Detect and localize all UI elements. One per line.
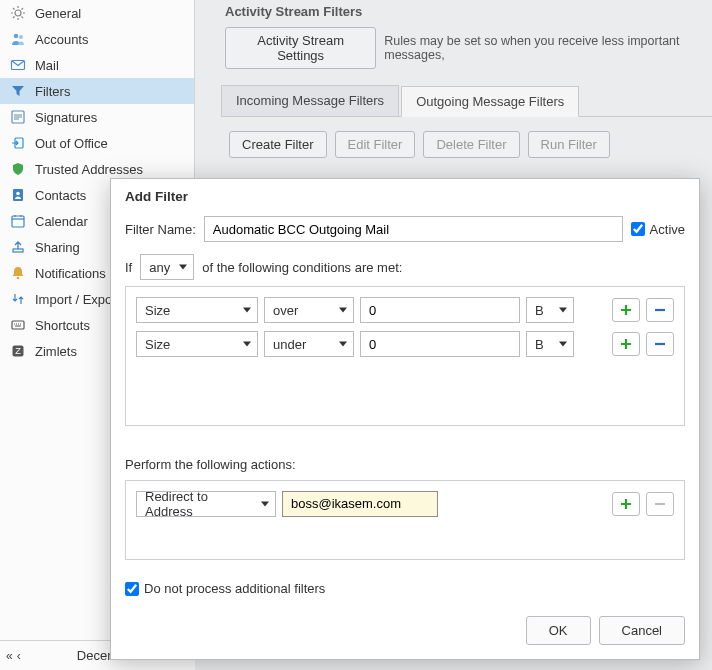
- no-additional-checkbox-wrap[interactable]: Do not process additional filters: [125, 581, 685, 596]
- accounts-icon: [10, 31, 26, 47]
- svg-rect-11: [12, 321, 24, 329]
- no-additional-label: Do not process additional filters: [144, 581, 325, 596]
- sidebar-item-filters[interactable]: Filters: [0, 78, 194, 104]
- condition-value-input[interactable]: [360, 297, 520, 323]
- signatures-icon: [10, 109, 26, 125]
- condition-unit-select[interactable]: B: [526, 331, 574, 357]
- filter-name-input[interactable]: [204, 216, 623, 242]
- edit-filter-button[interactable]: Edit Filter: [335, 131, 416, 158]
- sidebar-item-mail[interactable]: Mail: [0, 52, 194, 78]
- tab-outgoing[interactable]: Outgoing Message Filters: [401, 86, 579, 117]
- contacts-icon: [10, 187, 26, 203]
- condition-op-select[interactable]: under: [264, 331, 354, 357]
- no-additional-checkbox[interactable]: [125, 582, 139, 596]
- svg-point-0: [15, 10, 21, 16]
- shield-icon: [10, 161, 26, 177]
- svg-text:Z: Z: [15, 346, 21, 356]
- match-select-value: any: [149, 260, 170, 275]
- action-row: Redirect to Address: [136, 491, 674, 517]
- sidebar-label: Accounts: [35, 32, 184, 47]
- filter-icon: [10, 83, 26, 99]
- sidebar-label: Filters: [35, 84, 184, 99]
- remove-condition-button[interactable]: [646, 298, 674, 322]
- sidebar-label: Mail: [35, 58, 184, 73]
- calendar-icon: [10, 213, 26, 229]
- condition-value-input[interactable]: [360, 331, 520, 357]
- sidebar-item-signatures[interactable]: Signatures: [0, 104, 194, 130]
- add-action-button[interactable]: [612, 492, 640, 516]
- activity-text: Rules may be set so when you receive les…: [384, 34, 712, 62]
- delete-filter-button[interactable]: Delete Filter: [423, 131, 519, 158]
- out-of-office-icon: [10, 135, 26, 151]
- remove-action-button: [646, 492, 674, 516]
- action-address-input[interactable]: [282, 491, 438, 517]
- svg-point-1: [14, 34, 18, 38]
- sharing-icon: [10, 239, 26, 255]
- activity-stream-settings-button[interactable]: Activity Stream Settings: [225, 27, 376, 69]
- cancel-button[interactable]: Cancel: [599, 616, 685, 645]
- filter-tabs: Incoming Message Filters Outgoing Messag…: [221, 85, 712, 117]
- active-checkbox-label: Active: [650, 222, 685, 237]
- tab-incoming[interactable]: Incoming Message Filters: [221, 85, 399, 116]
- sidebar-label: Trusted Addresses: [35, 162, 184, 177]
- filter-name-label: Filter Name:: [125, 222, 196, 237]
- actions-box: Redirect to Address: [125, 480, 685, 560]
- active-checkbox-wrap[interactable]: Active: [631, 222, 685, 237]
- remove-condition-button[interactable]: [646, 332, 674, 356]
- sidebar-label: General: [35, 6, 184, 21]
- svg-point-2: [19, 35, 23, 39]
- active-checkbox[interactable]: [631, 222, 645, 236]
- dialog-title: Add Filter: [111, 179, 699, 212]
- condition-row: Size under B: [136, 331, 674, 357]
- perform-actions-label: Perform the following actions:: [125, 457, 685, 472]
- gear-icon: [10, 5, 26, 21]
- prev-month-icon[interactable]: ‹: [17, 649, 21, 663]
- condition-op-select[interactable]: over: [264, 297, 354, 323]
- if-label: If: [125, 260, 132, 275]
- add-filter-dialog: Add Filter Filter Name: Active If any of…: [110, 178, 700, 660]
- keyboard-icon: [10, 317, 26, 333]
- ok-button[interactable]: OK: [526, 616, 591, 645]
- condition-metric-select[interactable]: Size: [136, 297, 258, 323]
- svg-point-10: [17, 277, 20, 280]
- condition-metric-select[interactable]: Size: [136, 331, 258, 357]
- sidebar-item-general[interactable]: General: [0, 0, 194, 26]
- sidebar-item-accounts[interactable]: Accounts: [0, 26, 194, 52]
- svg-rect-8: [12, 216, 24, 227]
- prev-year-icon[interactable]: «: [6, 649, 13, 663]
- svg-rect-9: [13, 249, 23, 252]
- activity-section-title: Activity Stream Filters: [215, 4, 712, 19]
- svg-point-7: [16, 192, 20, 196]
- mail-icon: [10, 57, 26, 73]
- add-condition-button[interactable]: [612, 332, 640, 356]
- import-export-icon: [10, 291, 26, 307]
- run-filter-button[interactable]: Run Filter: [528, 131, 610, 158]
- match-select[interactable]: any: [140, 254, 194, 280]
- conditions-text: of the following conditions are met:: [202, 260, 402, 275]
- sidebar-label: Out of Office: [35, 136, 184, 151]
- create-filter-button[interactable]: Create Filter: [229, 131, 327, 158]
- conditions-box: Size over B Size under B: [125, 286, 685, 426]
- condition-unit-select[interactable]: B: [526, 297, 574, 323]
- action-type-select[interactable]: Redirect to Address: [136, 491, 276, 517]
- sidebar-label: Signatures: [35, 110, 184, 125]
- zimlets-icon: Z: [10, 343, 26, 359]
- bell-icon: [10, 265, 26, 281]
- condition-row: Size over B: [136, 297, 674, 323]
- sidebar-item-out-of-office[interactable]: Out of Office: [0, 130, 194, 156]
- add-condition-button[interactable]: [612, 298, 640, 322]
